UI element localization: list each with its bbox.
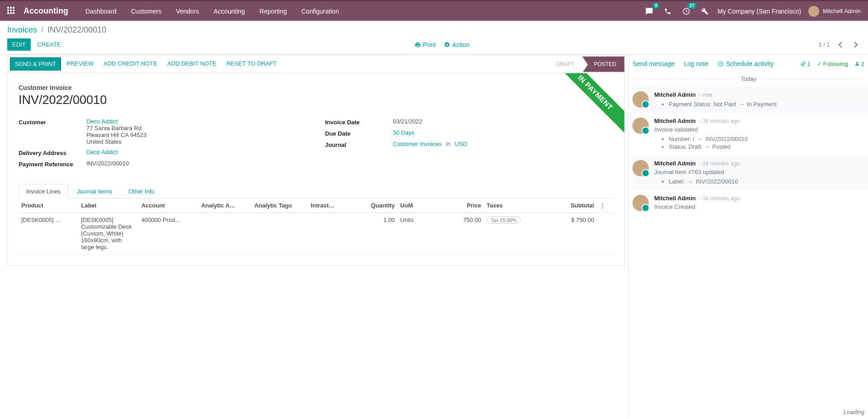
reset-draft-button[interactable]: RESET TO DRAFT <box>222 57 281 71</box>
paperclip-icon <box>801 61 806 67</box>
message-avatar <box>632 195 649 211</box>
nav-customers[interactable]: Customers <box>125 4 168 19</box>
customer-link[interactable]: Deco Addict <box>86 118 118 125</box>
add-debit-note-button[interactable]: ADD DEBIT NOTE <box>163 57 221 71</box>
col-product[interactable]: Product <box>19 198 78 213</box>
log-note-button[interactable]: Log note <box>684 60 708 67</box>
message-avatar <box>632 91 649 108</box>
col-label[interactable]: Label <box>78 198 138 213</box>
cell-quantity: 1.00 <box>351 213 397 254</box>
message: Mitchell Admin - 34 minutes agoInvoice v… <box>632 113 868 155</box>
nav-menu: Dashboard Customers Vendors Accounting R… <box>79 4 345 19</box>
nav-dashboard[interactable]: Dashboard <box>79 4 123 19</box>
edit-button[interactable]: EDIT <box>7 38 31 51</box>
col-taxes[interactable]: Taxes <box>484 198 543 213</box>
nav-reporting[interactable]: Reporting <box>253 4 293 19</box>
col-account[interactable]: Account <box>139 198 198 213</box>
message-avatar <box>632 118 649 134</box>
cell-subtotal: $ 750.00 <box>544 213 597 254</box>
status-draft[interactable]: DRAFT <box>544 56 582 72</box>
breadcrumb-parent[interactable]: Invoices <box>7 25 37 34</box>
message-text: Journal Item #763 updated <box>654 169 864 175</box>
currency-link[interactable]: USD <box>455 141 467 147</box>
apps-icon[interactable] <box>7 7 16 16</box>
message-author: Mitchell Admin <box>654 91 696 98</box>
col-quantity[interactable]: Quantity <box>351 198 397 213</box>
person-icon <box>854 61 860 67</box>
send-message-button[interactable]: Send message <box>632 60 675 67</box>
phone-icon[interactable] <box>662 5 673 17</box>
add-credit-note-button[interactable]: ADD CREDIT NOTE <box>99 57 162 71</box>
notebook-tabs: Invoice Lines Journal Items Other Info <box>19 184 613 198</box>
table-options-icon[interactable]: ⋮ <box>599 202 605 209</box>
invdate-value: 03/21/2022 <box>393 118 613 126</box>
activities-icon[interactable]: 27 <box>680 5 692 17</box>
col-analytic-tags[interactable]: Analytic Tags <box>251 198 308 213</box>
following-button[interactable]: ✓ Following <box>817 61 848 67</box>
message-author: Mitchell Admin <box>654 160 696 167</box>
journal-link[interactable]: Customer Invoices <box>393 141 442 147</box>
message: Mitchell Admin - nowPayment Status: Not … <box>632 87 868 113</box>
col-analytic-account[interactable]: Analytic A… <box>198 198 252 213</box>
customer-label: Customer <box>19 118 86 145</box>
tab-other-info[interactable]: Other Info <box>121 184 162 198</box>
message-author: Mitchell Admin <box>654 118 696 124</box>
pager-prev[interactable] <box>835 39 845 50</box>
create-button[interactable]: CREATE <box>33 38 66 51</box>
col-price[interactable]: Price <box>438 198 484 213</box>
status-posted[interactable]: POSTED <box>582 56 624 72</box>
company-selector[interactable]: My Company (San Francisco) <box>717 8 801 15</box>
form-sheet: IN PAYMENT Customer Invoice INV/2022/000… <box>7 73 625 266</box>
table-row[interactable]: [DESK0005] … [DESK0005] Customizable Des… <box>19 213 613 254</box>
message-change-item: Status: Draft → Posted <box>669 143 864 150</box>
message-avatar <box>632 160 649 176</box>
addr-line-1: 77 Santa Barbara Rd <box>86 125 307 132</box>
journal-label: Journal <box>325 141 393 148</box>
debug-icon[interactable] <box>699 5 710 17</box>
addr-line-3: United States <box>86 138 307 145</box>
messages-icon[interactable]: 8 <box>643 5 655 17</box>
message: Mitchell Admin - 34 minutes agoJournal I… <box>632 155 868 190</box>
invoice-lines-table: Product Label Account Analytic A… Analyt… <box>19 198 613 254</box>
nav-configuration[interactable]: Configuration <box>295 4 345 19</box>
followers-button[interactable]: 2 <box>854 61 864 67</box>
duedate-label: Due Date <box>325 129 393 137</box>
attachment-count[interactable]: 1 <box>801 61 811 67</box>
message-time: - 34 minutes ago <box>699 160 740 167</box>
message-time: - 34 minutes ago <box>699 195 740 202</box>
col-uom[interactable]: UoM <box>397 198 437 213</box>
nav-accounting[interactable]: Accounting <box>208 4 251 19</box>
nav-vendors[interactable]: Vendors <box>170 4 205 19</box>
tab-invoice-lines[interactable]: Invoice Lines <box>19 184 68 198</box>
schedule-activity-button[interactable]: Schedule activity <box>717 60 774 67</box>
duedate-value[interactable]: 30 Days <box>393 129 415 136</box>
tab-journal-items[interactable]: Journal Items <box>69 184 120 198</box>
cell-label: [DESK0005] Customizable Desk (Custom, Wh… <box>78 213 138 254</box>
col-intrastat[interactable]: Intrast… <box>308 198 351 213</box>
app-title: Accounting <box>24 6 68 16</box>
doc-type-label: Customer Invoice <box>19 84 613 91</box>
message-change-item: Label: → INV/2022/00010 <box>669 178 864 185</box>
user-avatar <box>808 6 819 17</box>
statusbar: SEND & PRINT PREVIEW ADD CREDIT NOTE ADD… <box>7 55 625 73</box>
pager-next[interactable] <box>851 39 861 50</box>
message-change-item: Payment Status: Not Paid → In Payment <box>669 101 864 108</box>
pager-text: 1 / 1 <box>819 41 830 48</box>
col-subtotal[interactable]: Subtotal <box>544 198 597 213</box>
chatter: Send message Log note Schedule activity … <box>628 55 868 417</box>
message: Mitchell Admin - 34 minutes agoInvoice C… <box>632 190 868 216</box>
cell-product: [DESK0005] … <box>19 213 78 254</box>
user-menu[interactable]: Mitchell Admin <box>808 6 861 17</box>
message-text: Invoice validated <box>654 126 864 133</box>
top-nav: Accounting Dashboard Customers Vendors A… <box>0 0 868 21</box>
breadcrumb: Invoices / INV/2022/00010 <box>7 25 861 35</box>
print-button[interactable]: Print <box>415 41 436 48</box>
send-print-button[interactable]: SEND & PRINT <box>10 57 61 71</box>
invdate-label: Invoice Date <box>325 118 393 126</box>
user-name: Mitchell Admin <box>823 8 861 14</box>
action-button[interactable]: Action <box>444 41 470 48</box>
preview-button[interactable]: PREVIEW <box>62 57 98 71</box>
delivery-link[interactable]: Deco Addict <box>86 149 118 155</box>
message-author: Mitchell Admin <box>654 195 696 202</box>
cell-uom: Units <box>397 213 437 254</box>
